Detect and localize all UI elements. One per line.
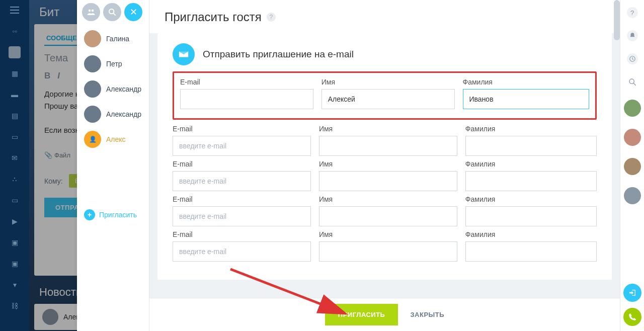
- invite-section-title: Отправить приглашение на e-mail: [203, 49, 354, 60]
- contact-name: Александр: [106, 85, 141, 93]
- invite-button[interactable]: ПРИГЛАСИТЬ: [325, 304, 398, 325]
- label-surname: Фамилия: [465, 195, 597, 203]
- search-icon[interactable]: [627, 76, 638, 88]
- surname-field[interactable]: [465, 171, 597, 191]
- nav-item-sitemap[interactable]: ⛓: [9, 300, 21, 312]
- invite-row: E-mailИмяФамилия: [173, 230, 597, 262]
- name-field[interactable]: [319, 136, 457, 156]
- contact-name: Галина: [106, 35, 129, 43]
- nav-item-feed[interactable]: ◦◦: [9, 25, 21, 37]
- nav-item-chat[interactable]: ▬: [9, 89, 21, 101]
- user-avatar-2[interactable]: [624, 129, 641, 146]
- label-name: Имя: [319, 230, 457, 238]
- invite-row: E-mailИмяФамилия: [173, 160, 597, 191]
- invite-modal-title: Пригласить гостя ?: [149, 0, 620, 33]
- nav-item-tasks[interactable]: [9, 46, 21, 58]
- label-name: Имя: [321, 78, 455, 86]
- invite-card: Отправить приглашение на e-mail E-mailИм…: [157, 33, 612, 280]
- contacts-close-icon[interactable]: ✕: [124, 3, 142, 21]
- email-field[interactable]: [173, 171, 311, 191]
- nav-item-groups[interactable]: ⛬: [9, 173, 21, 185]
- svg-line-8: [633, 83, 636, 86]
- invite-row: E-mailИмяФамилия: [173, 125, 597, 156]
- menu-icon[interactable]: [9, 4, 21, 16]
- invite-modal-title-text: Пригласить гостя: [165, 10, 262, 24]
- nav-more-icon[interactable]: ▾: [9, 279, 21, 291]
- label-name: Имя: [319, 125, 457, 133]
- main-background: Бит СООБЩЕНИЕ Тема B I Дорогие коллеги! …: [29, 0, 620, 331]
- help-icon[interactable]: ?: [267, 13, 276, 22]
- label-surname: Фамилия: [465, 160, 597, 168]
- email-field[interactable]: [173, 241, 311, 262]
- surname-field[interactable]: [463, 89, 590, 109]
- logout-icon[interactable]: [623, 284, 641, 302]
- contact-name: Петр: [106, 60, 122, 68]
- email-field[interactable]: [173, 136, 311, 156]
- label-surname: Фамилия: [465, 125, 597, 133]
- contacts-group-icon[interactable]: [82, 3, 100, 21]
- avatar: [84, 55, 101, 72]
- left-nav: ◦◦ ▦ ▬ ▤ ▭ ✉ ⛬ ▭ ▶ ▣ ▣ ▾ ⛓: [0, 0, 29, 331]
- call-icon[interactable]: [623, 308, 641, 326]
- surname-field[interactable]: [465, 136, 597, 156]
- plus-icon: +: [84, 209, 95, 220]
- name-field[interactable]: [319, 241, 457, 262]
- nav-item-drive[interactable]: ▭: [9, 131, 21, 143]
- name-field[interactable]: [319, 206, 457, 226]
- label-surname: Фамилия: [465, 230, 597, 238]
- invite-row-highlighted: E-mailИмяФамилия: [173, 71, 597, 120]
- name-field[interactable]: [319, 171, 457, 191]
- scrollbar-thumb[interactable]: [614, 0, 620, 40]
- user-avatar-1[interactable]: [624, 100, 641, 117]
- svg-point-0: [89, 10, 91, 12]
- nav-item-calendar[interactable]: ▦: [9, 67, 21, 79]
- svg-point-7: [629, 79, 634, 84]
- label-email: E-mail: [173, 195, 311, 203]
- nav-item-video[interactable]: ▶: [9, 215, 21, 227]
- nav-item-card[interactable]: ▭: [9, 194, 21, 206]
- invite-chip[interactable]: + Пригласить: [84, 209, 137, 220]
- invite-modal-footer: ПРИГЛАСИТЬ ЗАКРЫТЬ: [149, 298, 620, 331]
- label-email: E-mail: [173, 125, 311, 133]
- invite-chip-label: Пригласить: [99, 211, 137, 219]
- label-surname: Фамилия: [463, 78, 590, 86]
- surname-field[interactable]: [465, 241, 597, 262]
- contact-name: Алекс: [106, 135, 126, 143]
- surname-field[interactable]: [465, 206, 597, 226]
- svg-point-2: [109, 9, 114, 14]
- nav-item-mail[interactable]: ✉: [9, 152, 21, 164]
- label-email: E-mail: [180, 78, 313, 86]
- avatar: [84, 80, 101, 98]
- label-name: Имя: [319, 195, 457, 203]
- label-email: E-mail: [173, 160, 311, 168]
- email-field[interactable]: [180, 89, 313, 109]
- avatar: 👤: [84, 131, 101, 148]
- avatar: [84, 106, 101, 123]
- nav-item-box2[interactable]: ▣: [9, 258, 21, 270]
- user-avatar-4[interactable]: [624, 187, 641, 204]
- invite-row: E-mailИмяФамилия: [173, 195, 597, 226]
- label-name: Имя: [319, 160, 457, 168]
- notifications-bell-icon[interactable]: [627, 30, 638, 41]
- svg-point-1: [92, 10, 94, 12]
- invite-guest-modal: Пригласить гостя ? Отправить приглашение…: [149, 0, 620, 331]
- nav-item-box[interactable]: ▣: [9, 236, 21, 249]
- label-email: E-mail: [173, 230, 311, 238]
- close-button[interactable]: ЗАКРЫТЬ: [410, 311, 444, 318]
- contacts-search-icon[interactable]: [103, 3, 121, 21]
- nav-item-docs[interactable]: ▤: [9, 110, 21, 122]
- email-field[interactable]: [173, 206, 311, 226]
- timeline-icon[interactable]: [627, 53, 638, 64]
- avatar: [84, 30, 101, 47]
- help-icon[interactable]: ?: [627, 7, 638, 18]
- svg-line-3: [113, 13, 116, 16]
- right-sidebar: ?: [620, 0, 644, 331]
- name-field[interactable]: [321, 89, 455, 109]
- mail-globe-icon: [173, 43, 195, 65]
- contact-name: Александр: [106, 110, 141, 118]
- user-avatar-3[interactable]: [624, 158, 641, 175]
